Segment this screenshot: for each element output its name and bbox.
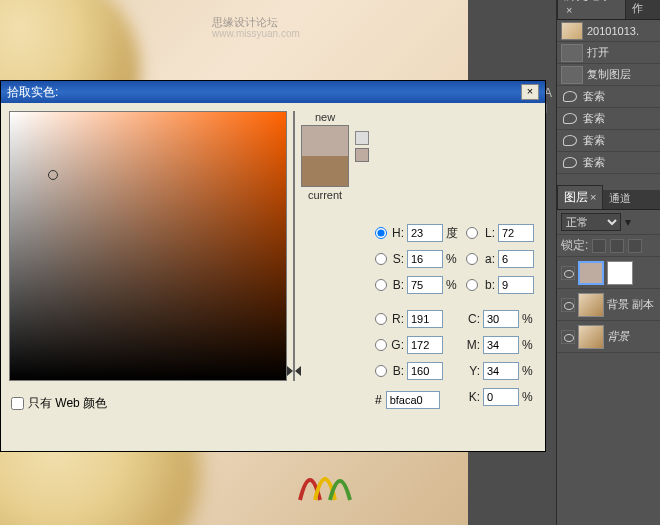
duplicate-layer-icon [561, 66, 583, 84]
layer-row[interactable]: 背景 [557, 321, 660, 353]
lock-row: 锁定: [557, 235, 660, 257]
input-s[interactable] [407, 250, 443, 268]
hex-label: # [375, 393, 382, 407]
close-icon[interactable]: × [590, 191, 596, 203]
lasso-icon [561, 156, 579, 170]
lasso-icon [561, 112, 579, 126]
layer-row[interactable]: 背景 副本 [557, 289, 660, 321]
radio-b[interactable] [375, 279, 387, 291]
radio-r[interactable] [375, 313, 387, 325]
radio-bb[interactable] [375, 365, 387, 377]
lasso-icon [561, 134, 579, 148]
lock-label: 锁定: [561, 237, 588, 254]
dialog-body: 只有 Web 颜色 new current H:度 S:% B:% R: G: [1, 103, 545, 451]
radio-s[interactable] [375, 253, 387, 265]
new-color-label: new [315, 111, 335, 123]
snapshot-thumb-icon [561, 22, 583, 40]
visibility-eye-icon[interactable] [561, 330, 575, 344]
web-only-label: 只有 Web 颜色 [28, 395, 107, 412]
history-snapshot-row[interactable]: 20101013. [557, 20, 660, 42]
radio-a[interactable] [466, 253, 478, 265]
blend-mode-select[interactable]: 正常 [561, 213, 621, 231]
input-g[interactable] [407, 336, 443, 354]
history-panel-tabs: 历史记录× 动作 [557, 0, 660, 20]
layer-name: 背景 副本 [607, 297, 654, 312]
current-color-swatch[interactable] [302, 156, 348, 186]
radio-lb[interactable] [466, 279, 478, 291]
right-panels: 历史记录× 动作 20101013. 打开 复制图层 套索 套索 套索 套索 图… [556, 0, 660, 525]
web-only-checkbox-row[interactable]: 只有 Web 颜色 [9, 395, 287, 412]
lock-pixels-icon[interactable] [610, 239, 624, 253]
input-r[interactable] [407, 310, 443, 328]
input-c[interactable] [483, 310, 519, 328]
history-item-row[interactable]: 套索 [557, 152, 660, 174]
chevron-down-icon[interactable]: ▾ [625, 215, 639, 229]
logo-graphic [290, 450, 370, 510]
tab-channels[interactable]: 通道 [603, 188, 637, 209]
layer-mask-thumb[interactable] [607, 261, 633, 285]
watermark-text-2: www.missyuan.com [212, 28, 300, 39]
close-icon[interactable]: × [566, 4, 572, 16]
color-picker-dialog: 拾取实色: × 只有 Web 颜色 new current [0, 80, 546, 452]
snap-swatch-icon[interactable] [355, 148, 369, 162]
close-icon[interactable]: × [521, 84, 539, 100]
lock-position-icon[interactable] [628, 239, 642, 253]
visibility-eye-icon[interactable] [561, 298, 575, 312]
input-hex[interactable] [386, 391, 440, 409]
input-lb[interactable] [498, 276, 534, 294]
lasso-icon [561, 90, 579, 104]
open-icon [561, 44, 583, 62]
layer-name: 背景 [607, 329, 629, 344]
history-item-row[interactable]: 复制图层 [557, 64, 660, 86]
input-b[interactable] [407, 276, 443, 294]
history-item-row[interactable]: 套索 [557, 86, 660, 108]
input-k[interactable] [483, 388, 519, 406]
current-color-label: current [308, 189, 342, 201]
tab-history[interactable]: 历史记录× [557, 0, 626, 19]
hue-slider[interactable] [293, 111, 295, 381]
visibility-eye-icon[interactable] [561, 266, 575, 280]
history-item-row[interactable]: 套索 [557, 108, 660, 130]
layers-panel-tabs: 图层× 通道 [557, 190, 660, 210]
input-y[interactable] [483, 362, 519, 380]
dialog-titlebar[interactable]: 拾取实色: × [1, 81, 545, 103]
dialog-title-text: 拾取实色: [7, 84, 58, 101]
layer-thumb-photo[interactable] [578, 293, 604, 317]
layers-panel-body: 正常 ▾ 锁定: 背景 副本 背景 [557, 210, 660, 525]
tab-actions[interactable]: 动作 [626, 0, 660, 19]
input-a[interactable] [498, 250, 534, 268]
gamut-warning-icon[interactable] [355, 131, 369, 145]
web-only-checkbox[interactable] [11, 397, 24, 410]
input-l[interactable] [498, 224, 534, 242]
tab-layers[interactable]: 图层× [557, 185, 603, 209]
radio-g[interactable] [375, 339, 387, 351]
color-swatch-compare [301, 125, 349, 187]
color-field[interactable] [9, 111, 287, 381]
layer-row[interactable] [557, 257, 660, 289]
lock-transparency-icon[interactable] [592, 239, 606, 253]
new-color-swatch [302, 126, 348, 156]
layer-thumb-solid[interactable] [578, 261, 604, 285]
hue-slider-arrow-right [295, 366, 301, 376]
history-list: 20101013. 打开 复制图层 套索 套索 套索 套索 [557, 20, 660, 190]
input-h[interactable] [407, 224, 443, 242]
layer-thumb-photo[interactable] [578, 325, 604, 349]
radio-h[interactable] [375, 227, 387, 239]
history-item-row[interactable]: 套索 [557, 130, 660, 152]
input-bb[interactable] [407, 362, 443, 380]
color-field-cursor [48, 170, 58, 180]
input-m[interactable] [483, 336, 519, 354]
history-item-row[interactable]: 打开 [557, 42, 660, 64]
radio-l[interactable] [466, 227, 478, 239]
hue-slider-arrow-left [287, 366, 293, 376]
